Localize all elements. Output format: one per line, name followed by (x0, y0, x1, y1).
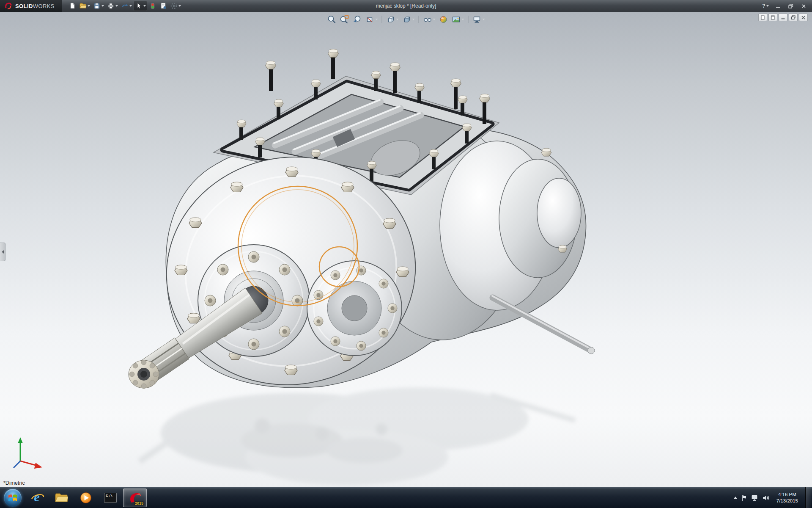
clock-time: 4:16 PM (776, 491, 798, 498)
new-document-icon (69, 2, 76, 10)
clock-date: 7/13/2015 (776, 498, 798, 504)
gearbox-model[interactable] (0, 12, 812, 487)
windows-flag-icon (8, 493, 17, 502)
taskbar-media-player[interactable] (74, 489, 98, 507)
reference-triad (8, 435, 47, 475)
command-prompt-icon: C:\ (104, 493, 117, 503)
save-caret (102, 5, 104, 7)
doc-restore-icon (791, 15, 796, 20)
taskbar-command-prompt[interactable]: C:\ (99, 489, 122, 507)
save-icon (93, 2, 101, 10)
undo-button[interactable] (120, 1, 133, 11)
new-document-button[interactable] (67, 1, 77, 11)
doc-minimize-button[interactable] (779, 14, 787, 21)
select-caret (143, 5, 146, 7)
apply-scene-caret (462, 19, 464, 20)
spline-coupling[interactable] (129, 360, 159, 389)
section-view-caret (376, 19, 378, 20)
hidden-icons-up-arrow[interactable] (734, 497, 737, 499)
solidworks-logo: SOLIDWORKS (0, 0, 62, 12)
taskbar-windows-explorer[interactable] (49, 489, 73, 507)
options-button[interactable] (169, 1, 182, 11)
undo-caret (129, 5, 132, 7)
network-icon[interactable] (751, 494, 758, 501)
view-orientation-button[interactable] (385, 14, 400, 25)
volume-icon[interactable] (762, 494, 769, 501)
model-reflection (140, 387, 575, 485)
options-caret (178, 5, 181, 7)
doc-restore-button[interactable] (789, 14, 798, 21)
zoom-to-area-button[interactable] (339, 14, 351, 25)
zoom-to-area-icon (340, 15, 349, 24)
section-view-icon (365, 15, 375, 24)
taskbar-internet-explorer[interactable]: e (25, 489, 49, 507)
save-button[interactable] (92, 1, 105, 11)
select-cursor-icon (135, 2, 143, 10)
separator (468, 16, 469, 23)
zoom-to-fit-button[interactable] (326, 14, 338, 25)
separator (419, 16, 419, 23)
logo-text: SOLIDWORKS (15, 2, 55, 10)
graphics-area[interactable]: *Dimetric (0, 12, 812, 487)
x-axis-arrow (20, 461, 37, 466)
quick-access-toolbar (67, 1, 182, 11)
close-button[interactable] (798, 2, 809, 10)
action-center-flag-icon[interactable] (741, 494, 747, 501)
open-button[interactable] (78, 1, 91, 11)
rebuild-button[interactable] (148, 1, 158, 11)
window-controls: ? (760, 2, 812, 10)
doc-cascade-button[interactable] (758, 14, 767, 21)
display-style-button[interactable] (401, 14, 416, 25)
solidworks-icon: 2015 (128, 491, 142, 505)
doc-new-window-button[interactable] (768, 14, 777, 21)
doc-close-button[interactable] (799, 14, 808, 21)
featuremanager-flyout-tab[interactable] (0, 243, 5, 261)
apply-scene-button[interactable] (450, 14, 466, 25)
undo-icon (121, 2, 129, 10)
solidworks-year-badge: 2015 (135, 501, 143, 505)
ds-logo-icon (4, 2, 13, 10)
start-button[interactable] (4, 489, 22, 507)
solidworks-window: SOLIDWORKS (0, 0, 812, 508)
edit-appearance-button[interactable] (438, 14, 450, 25)
print-caret (115, 5, 118, 7)
system-tray: 4:16 PM 7/13/2015 (734, 487, 812, 508)
previous-view-button[interactable] (351, 14, 363, 25)
doc-new-window-icon (771, 15, 775, 20)
help-button[interactable]: ? (760, 2, 771, 10)
previous-view-icon (353, 15, 362, 24)
taskbar-solidworks-2015[interactable]: 2015 (123, 489, 147, 507)
folder-icon (55, 492, 68, 503)
minimize-button[interactable] (772, 2, 784, 10)
zoom-to-fit-icon (327, 15, 337, 24)
doc-minimize-icon (781, 15, 785, 20)
display-style-icon (402, 15, 411, 24)
rebuild-traffic-light-icon (149, 2, 156, 10)
doc-cascade-icon (760, 15, 765, 20)
hide-show-caret (433, 19, 436, 20)
hide-show-items-button[interactable] (422, 14, 437, 25)
taskbar-clock[interactable]: 4:16 PM 7/13/2015 (776, 491, 798, 504)
windows-taskbar: e C:\ (0, 487, 812, 508)
z-axis-arrow (14, 461, 20, 468)
apply-scene-icon (452, 15, 461, 24)
print-button[interactable] (106, 1, 119, 11)
hide-show-glasses-icon (423, 15, 432, 24)
print-icon (107, 2, 115, 10)
view-orientation-cube-icon (386, 15, 395, 24)
view-orientation-caret (396, 19, 399, 20)
select-button[interactable] (134, 1, 147, 11)
view-orientation-label: *Dimetric (3, 480, 25, 486)
section-view-button[interactable] (364, 14, 379, 25)
options-gear-icon (170, 2, 178, 10)
view-settings-button[interactable] (471, 14, 486, 25)
restore-icon (788, 4, 793, 8)
file-properties-icon (159, 2, 167, 10)
ie-orbit-ring (30, 493, 45, 502)
show-desktop-button[interactable] (805, 487, 811, 508)
restore-button[interactable] (785, 2, 797, 10)
minimize-icon (776, 4, 781, 8)
file-properties-button[interactable] (158, 1, 168, 11)
close-icon (801, 4, 806, 8)
collapse-arrow-icon (2, 250, 4, 254)
